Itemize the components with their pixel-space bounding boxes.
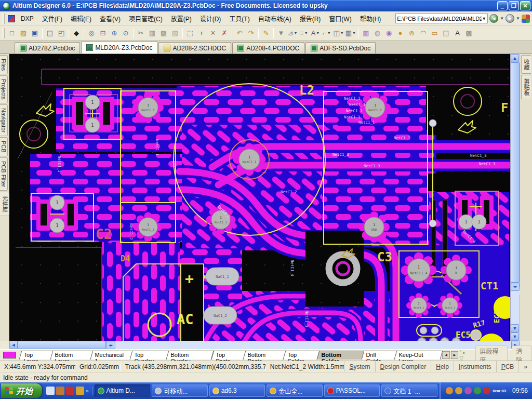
document-path-combo[interactable]: E:\PCB Files\data\MLD20A\MLD20A-Z3 ▼	[395, 14, 488, 23]
pencil-icon[interactable]: ✎	[261, 28, 272, 38]
oval-pad[interactable]: NaC1_2	[204, 307, 237, 324]
place-string-icon[interactable]: A	[452, 28, 463, 38]
zoom-sel-icon[interactable]: ⊙	[121, 28, 131, 38]
layer-tab-top-paste[interactable]: Top Paste	[211, 351, 246, 360]
pin-pad[interactable]: 1	[459, 215, 473, 229]
xear3d-icon[interactable]: Xear 3D	[493, 389, 506, 393]
task-button-passol[interactable]: PASSOL...	[324, 384, 380, 397]
panel-tab-剪贴板[interactable]: 剪贴板	[521, 75, 531, 99]
im-icon[interactable]	[464, 387, 472, 394]
horizontal-scroll-thumb[interactable]	[18, 341, 106, 349]
zoom-doc-icon[interactable]: ◎	[86, 28, 97, 38]
layer-tab-top-layer[interactable]: Top Layer	[19, 351, 53, 360]
panels-overflow-button[interactable]: »	[518, 361, 532, 372]
doc-tab-ad208-4.pcbdoc[interactable]: AD208-4.PCBDOC	[232, 42, 304, 54]
horizontal-scroll-track[interactable]	[115, 341, 511, 349]
open-icon[interactable]: ▨	[18, 28, 29, 38]
close-button[interactable]: ✕	[520, 1, 530, 10]
place-dot-icon[interactable]: ●	[395, 28, 406, 38]
show-desktop-icon[interactable]	[46, 387, 55, 395]
horizontal-scrollbar[interactable]: ◄ ◂▸ ►	[9, 341, 520, 349]
scroll-up-icon[interactable]: ▲	[511, 54, 519, 62]
panel-tab-pcb-filter[interactable]: PCB Filter	[0, 157, 8, 191]
minimize-button[interactable]: _	[497, 1, 508, 10]
doc-tab-ad208-2.schdoc[interactable]: AD208-2.SCHDOC	[158, 42, 231, 54]
thermal-pad[interactable]: 1N	[441, 255, 472, 286]
rooms-icon[interactable]: ◫▼	[333, 28, 344, 38]
line-mode-icon[interactable]: ⊿▼	[287, 28, 298, 38]
doc-tab-ad278z.pcbdoc[interactable]: AD278Z.PcbDoc	[15, 42, 80, 54]
thermal-pad[interactable]: 2NetC4_1	[406, 293, 431, 318]
zoom-area-icon[interactable]: ⊡	[98, 28, 109, 38]
pin-pad[interactable]: 1	[50, 218, 64, 233]
dropdown-arrow-icon[interactable]: ▼	[340, 31, 344, 35]
back-dropdown-icon[interactable]: ▼	[500, 16, 504, 21]
place-array-icon[interactable]: ▤	[441, 28, 451, 38]
restore-button[interactable]: ❐	[509, 1, 519, 10]
scroll-left-icon[interactable]: ◄	[9, 341, 18, 349]
toolbar-grip[interactable]	[3, 28, 5, 38]
layer-tab-bottom-overlay[interactable]: Bottom Overlay	[166, 351, 214, 360]
menu-item-t[interactable]: 工具(T)	[225, 12, 254, 24]
find-text-icon[interactable]: A▼	[310, 28, 321, 38]
panel-tab-files[interactable]: Files	[0, 55, 8, 74]
vertical-scroll-track[interactable]	[511, 291, 520, 324]
forward-button[interactable]: ►	[506, 14, 514, 23]
undo-icon[interactable]: ↶	[234, 28, 245, 38]
thermal-pad[interactable]: 1NetC1_1	[233, 143, 266, 176]
thermal-pad[interactable]: 1NetCT1_4	[401, 252, 437, 288]
place-pin-icon[interactable]: ⊚	[406, 28, 417, 38]
launcher3-icon[interactable]	[66, 387, 74, 395]
menu-item-c[interactable]: 项目管理(C)	[125, 12, 167, 24]
layer-pairs-icon[interactable]: ≡▼	[299, 28, 310, 38]
menu-item-h[interactable]: 帮助(H)	[356, 12, 385, 24]
select-area-icon[interactable]: ⬚	[185, 28, 196, 38]
oval-pad[interactable]: NaC1_1	[206, 268, 239, 285]
place-poly-icon[interactable]: ▩	[463, 28, 474, 38]
board-icon[interactable]: ◆	[71, 28, 82, 38]
task-button-ad63[interactable]: ad6.3	[209, 384, 265, 397]
menu-item-e[interactable]: 编辑(E)	[66, 12, 96, 24]
scroll-down-icon[interactable]: ▼	[511, 324, 519, 332]
panel-tab-收藏[interactable]: 收藏	[521, 55, 531, 74]
horizontal-splitter-grip[interactable]: ◂▸	[106, 341, 115, 349]
layer-tab-mechanical-1[interactable]: Mechanical 1	[90, 351, 133, 360]
volume-icon[interactable]	[455, 387, 462, 394]
pin-pad[interactable]: 1	[85, 95, 100, 110]
dropdown-arrow-icon[interactable]: ▼	[316, 31, 320, 35]
menu-item-a[interactable]: 自动布线(A)	[254, 12, 296, 24]
panel-tab-projects[interactable]: Projects	[0, 75, 8, 103]
print-icon[interactable]: ▤	[45, 28, 56, 38]
place-component-icon[interactable]: ▥	[361, 28, 371, 38]
layer-scroll-right-icon[interactable]: ►	[451, 351, 458, 359]
dropdown-arrow-icon[interactable]: ▼	[304, 31, 308, 35]
qq-icon[interactable]	[446, 387, 453, 394]
place-fill-icon[interactable]: ▭	[429, 28, 440, 38]
layer-tab-bottom-paste[interactable]: Bottom Paste	[243, 351, 286, 360]
layer-tab-bottom-solder[interactable]: Bottom Solder	[316, 351, 364, 360]
filter-icon[interactable]: ▼	[276, 28, 287, 38]
thermal-pad[interactable]: 1NetC4_1	[437, 293, 462, 318]
cut-icon[interactable]: ✂	[136, 28, 147, 38]
layer-tab-keep-out-layer[interactable]: Keep-Out Layer	[394, 351, 443, 360]
thermal-pad[interactable]: 1NetC1_1	[134, 212, 163, 242]
copy-icon[interactable]: ▦	[147, 28, 158, 38]
layer-tab-drill-guide[interactable]: Drill Guide	[361, 351, 397, 360]
dropdown-arrow-icon[interactable]: ▼	[352, 31, 356, 35]
layer-tab-top-solder[interactable]: Top Solder	[283, 351, 320, 360]
paste-icon[interactable]: ▩	[158, 28, 169, 38]
thermal-pad[interactable]: 1NetC1_1	[360, 92, 391, 123]
paste-special-icon[interactable]: ▧	[170, 28, 181, 38]
vertical-scrollbar[interactable]: ▲ ◂▸ ▼ ▼	[510, 54, 520, 341]
dropdown-arrow-icon[interactable]: ▼	[327, 31, 331, 35]
scroll-down-icon[interactable]: ▼	[511, 332, 519, 341]
active-layer-swatch[interactable]	[3, 352, 16, 358]
menu-item-r[interactable]: 报告(R)	[296, 12, 325, 24]
move-icon[interactable]: +	[196, 28, 207, 38]
menu-item-d[interactable]: 设计(D)	[196, 12, 225, 24]
start-button[interactable]: 开始	[1, 383, 42, 398]
redo-icon[interactable]: ↷	[246, 28, 257, 38]
deselect-icon[interactable]: ✕	[208, 28, 219, 38]
pin-pad[interactable]: 1	[85, 118, 100, 132]
thermal-pad[interactable]: 1GND	[358, 211, 390, 243]
